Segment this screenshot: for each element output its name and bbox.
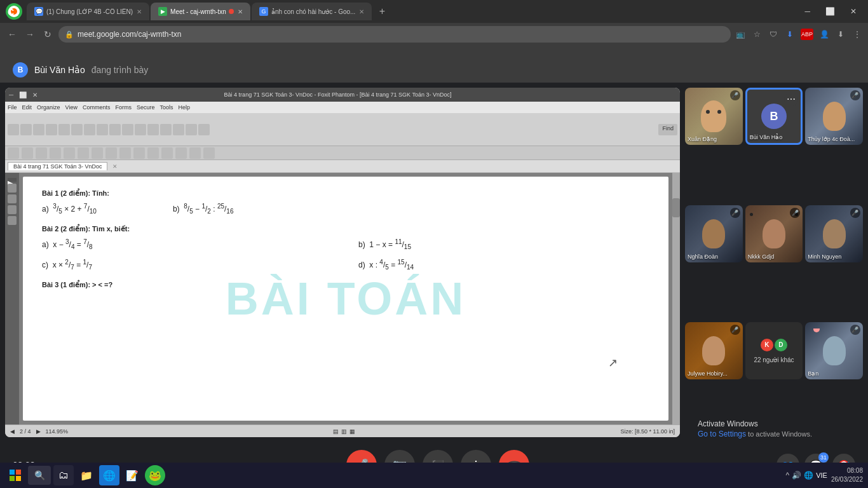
pdf-scrollbar-thumb[interactable] [672, 198, 680, 217]
tab-close-meet[interactable]: ✕ [238, 8, 243, 15]
bui-more-button[interactable]: ⋯ [784, 92, 798, 106]
pdf-sidebar-icon-1[interactable] [8, 184, 17, 193]
menu-secure[interactable]: Secure [137, 104, 155, 111]
tray-network[interactable]: 🌐 [804, 471, 813, 480]
pdf-tool-16[interactable] [198, 124, 210, 135]
pdf-scrollbar[interactable] [672, 173, 680, 424]
pdf-tool-7[interactable] [84, 124, 95, 135]
pdf-tool-row2-15[interactable] [203, 147, 215, 159]
pdf-tool-row2-6[interactable] [78, 147, 89, 159]
menu-icon[interactable]: ⋮ [851, 29, 863, 40]
download-icon[interactable]: ⬇ [784, 29, 796, 40]
star-icon[interactable]: ☆ [751, 29, 763, 40]
account-icon[interactable]: 👤 [818, 29, 830, 40]
search-button[interactable]: 🔍 [28, 466, 51, 485]
tray-chevron[interactable]: ^ [786, 471, 790, 480]
address-box[interactable]: 🔒 meet.google.com/caj-wmth-txn [58, 26, 731, 43]
tray-language[interactable]: VIE [816, 471, 827, 479]
pdf-tool-8[interactable] [97, 124, 108, 135]
pdf-tool-13[interactable] [160, 124, 172, 135]
restore-button[interactable]: ⬜ [819, 4, 841, 18]
pdf-view-3[interactable]: ▦ [349, 428, 355, 435]
participant-tile-julywe[interactable]: 🎤 Julywe Hobiry... [685, 322, 743, 379]
pdf-view-1[interactable]: ▤ [333, 428, 339, 435]
taskbar-app-3[interactable]: 🌐 [99, 465, 119, 485]
close-window-button[interactable]: ✕ [844, 4, 863, 18]
pdf-tool-row2-14[interactable] [189, 147, 201, 159]
pdf-tab-label[interactable]: Bài 4 trang 71 SGK Toán 3- VnDoc [8, 162, 107, 170]
extensions-icon[interactable]: ⬇ [835, 29, 846, 40]
pdf-next-page[interactable]: ▶ [36, 428, 41, 435]
shield-icon[interactable]: 🛡 [768, 29, 779, 40]
back-button[interactable]: ← [5, 27, 19, 41]
pdf-tool-6[interactable] [71, 124, 83, 135]
taskbar-app-5[interactable]: 🐸 [145, 465, 165, 485]
pdf-tool-row2-5[interactable] [64, 147, 75, 159]
taskbar-clock[interactable]: 08:08 26/03/2022 [831, 466, 863, 484]
menu-view[interactable]: View [65, 104, 78, 111]
menu-forms[interactable]: Forms [115, 104, 132, 111]
cast-icon[interactable]: 📺 [735, 29, 746, 40]
pdf-tool-row2-13[interactable] [175, 147, 187, 159]
pdf-tool-9[interactable] [109, 124, 121, 135]
pdf-tool-1[interactable] [8, 124, 19, 135]
tab-google[interactable]: G ảnh con chó hài hước - Goo... ✕ [252, 3, 372, 20]
pdf-tool-14[interactable] [173, 124, 184, 135]
tab-close-chung[interactable]: ✕ [137, 8, 142, 15]
start-button[interactable] [5, 465, 25, 485]
pdf-close[interactable]: ✕ [32, 92, 37, 98]
pdf-tool-2[interactable] [20, 124, 32, 135]
pdf-tool-row2-2[interactable] [22, 147, 33, 159]
pdf-sidebar-arrow[interactable]: ▶ [8, 178, 17, 182]
menu-comments[interactable]: Comments [83, 104, 111, 111]
participant-tile-ban[interactable]: 🎤 Bạn [805, 322, 863, 379]
pdf-sidebar-icon-2[interactable] [8, 194, 17, 203]
pdf-tool-row2-11[interactable] [147, 147, 159, 159]
pdf-tab-close[interactable]: ✕ [112, 163, 118, 170]
participant-tile-minh[interactable]: 🎤 Minh Nguyen [805, 205, 863, 262]
pdf-tool-row2-7[interactable] [92, 147, 103, 159]
participant-tile-22[interactable]: K D 22 người khác [745, 322, 803, 379]
tray-volume[interactable]: 🔊 [792, 471, 801, 480]
participant-tile-thuy-lop[interactable]: 🎤 Thùy lớp 4c Đoà... [805, 88, 863, 145]
taskbar-app-4[interactable]: 📝 [122, 465, 142, 485]
participant-tile-xuan-dang[interactable]: 🎤 Xuân Đặng [685, 88, 743, 145]
menu-file[interactable]: File [8, 104, 17, 111]
pdf-restore[interactable]: ⬜ [19, 92, 27, 98]
participant-tile-nghia[interactable]: 🎤 Nghĩa Đoàn [685, 205, 743, 262]
participant-tile-bui-van-hao[interactable]: B ⋯ Bùi Văn Hảo [745, 88, 803, 145]
pdf-tool-row2-1[interactable] [8, 147, 19, 159]
pdf-minimize[interactable]: ─ [9, 92, 13, 98]
menu-organize[interactable]: Organize [37, 104, 60, 111]
pdf-tool-row2-12[interactable] [161, 147, 173, 159]
menu-edit[interactable]: Edit [22, 104, 32, 111]
pdf-tool-12[interactable] [147, 124, 159, 135]
taskbar-app-2[interactable]: 📁 [76, 465, 97, 485]
pdf-tool-10[interactable] [122, 124, 133, 135]
pdf-prev-page[interactable]: ◀ [10, 428, 15, 435]
forward-button[interactable]: → [23, 27, 37, 41]
pdf-tool-15[interactable] [186, 124, 197, 135]
menu-tools[interactable]: Tools [159, 104, 173, 111]
participant-tile-nkkk[interactable]: 🎤 Nkkk Gdjd [745, 205, 803, 262]
pdf-tool-row2-10[interactable] [133, 147, 145, 159]
pdf-view-2[interactable]: ▥ [341, 428, 347, 435]
pdf-tool-4[interactable] [46, 124, 57, 135]
reload-button[interactable]: ↻ [41, 27, 55, 41]
menu-help[interactable]: Help [178, 104, 190, 111]
minimize-button[interactable]: ─ [798, 4, 817, 18]
pdf-tool-row2-4[interactable] [50, 147, 61, 159]
taskbar-app-1[interactable]: 🗂 [53, 465, 74, 485]
tab-chung[interactable]: 💬 (1) Chung (LỚP 4B -CÔ LIÊN) ✕ [27, 3, 149, 20]
tab-close-google[interactable]: ✕ [359, 8, 364, 15]
pdf-sidebar-icon-4[interactable] [8, 216, 17, 225]
go-to-settings-link[interactable]: Go to Settings [698, 430, 746, 438]
new-tab-button[interactable]: + [373, 3, 391, 20]
pdf-find-box[interactable]: Find [658, 124, 677, 135]
adblock-icon[interactable]: ABP [801, 29, 813, 40]
pdf-tool-row2-3[interactable] [36, 147, 47, 159]
pdf-tool-5[interactable] [58, 124, 70, 135]
pdf-tool-row2-9[interactable] [119, 147, 131, 159]
pdf-tool-3[interactable] [33, 124, 44, 135]
pdf-sidebar-icon-3[interactable] [8, 205, 17, 214]
